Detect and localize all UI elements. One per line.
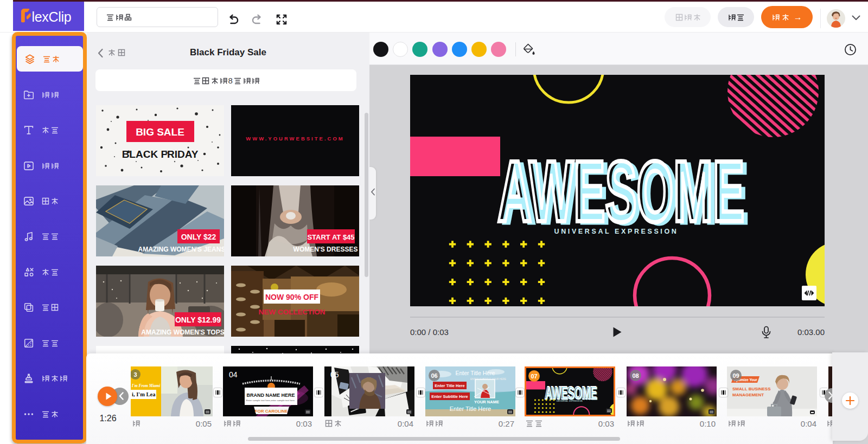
svg-text:FOR CAROLINE: FOR CAROLINE <box>255 409 289 414</box>
svg-text:Enter Title Here: Enter Title Here <box>435 383 464 388</box>
svg-text:Enter Title Here: Enter Title Here <box>456 370 495 376</box>
svg-text:AWESOME: AWESOME <box>545 382 597 403</box>
svg-text:Enter sample text here,enter s: Enter sample text here,enter sample text… <box>246 399 295 402</box>
svg-text:BRAND NAME HERE: BRAND NAME HERE <box>246 392 295 398</box>
svg-text:NEW COLLECTION: NEW COLLECTION <box>259 308 326 316</box>
svg-text:YOUR NAME: YOUR NAME <box>474 400 499 404</box>
svg-text:BIG SALE: BIG SALE <box>136 126 184 138</box>
svg-text:WOMEN'S DRESSES: WOMEN'S DRESSES <box>293 246 358 253</box>
svg-text:lexClip: lexClip <box>32 9 72 24</box>
svg-text:SMALL BUSINESS: SMALL BUSINESS <box>732 387 771 391</box>
svg-text:ONLY $12.99: ONLY $12.99 <box>175 316 221 324</box>
svg-text:Enter Title Here: Enter Title Here <box>450 406 491 412</box>
svg-text:UNIVERSAL EXPRESSION: UNIVERSAL EXPRESSION <box>554 228 679 235</box>
svg-text:ONLY $22: ONLY $22 <box>181 233 216 241</box>
svg-text:NOW 90% OFF: NOW 90% OFF <box>265 293 318 301</box>
svg-text:Enter Subtitle Here: Enter Subtitle Here <box>431 394 468 399</box>
svg-text:AMAZING WOMEN'S TOPS: AMAZING WOMEN'S TOPS <box>141 329 224 336</box>
svg-text:START AT $45: START AT $45 <box>307 233 354 241</box>
svg-text:BLACK FRIDAY: BLACK FRIDAY <box>122 149 199 160</box>
svg-text:AMAZING WOMEN'S JEANS: AMAZING WOMEN'S JEANS <box>138 246 224 253</box>
svg-text:AWESOME: AWESOME <box>497 143 744 240</box>
svg-text:MANAGEMENT: MANAGEMENT <box>732 392 764 397</box>
